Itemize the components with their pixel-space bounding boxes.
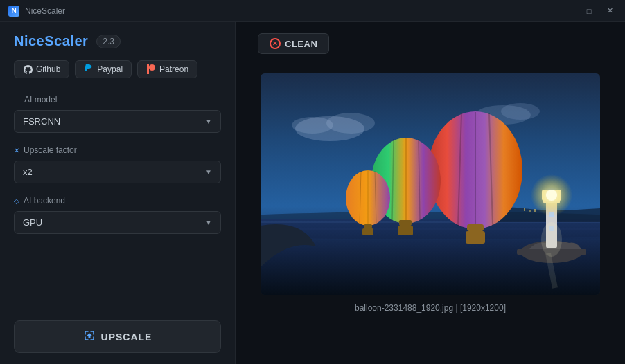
svg-rect-34 <box>362 228 373 235</box>
ai-backend-arrow: ▼ <box>205 219 212 226</box>
upscale-icon <box>83 329 96 344</box>
ai-backend-dropdown[interactable]: GPU ▼ <box>14 211 221 234</box>
github-button[interactable]: Github <box>14 60 69 78</box>
title-bar: N NiceScaler – □ ✕ <box>0 0 625 22</box>
github-icon <box>23 64 33 74</box>
minimize-button[interactable]: – <box>558 3 578 19</box>
left-panel: NiceScaler 2.3 Github Paypal <box>0 22 236 364</box>
svg-point-12 <box>501 103 540 120</box>
svg-rect-18 <box>466 231 485 244</box>
svg-point-41 <box>546 190 557 201</box>
link-buttons: Github Paypal Patreon <box>14 60 221 78</box>
svg-rect-25 <box>399 220 412 226</box>
svg-rect-26 <box>398 226 413 235</box>
svg-point-0 <box>149 64 155 71</box>
main-container: NiceScaler 2.3 Github Paypal <box>0 22 625 364</box>
svg-rect-45 <box>529 210 531 212</box>
close-button[interactable]: ✕ <box>600 3 619 19</box>
ai-backend-selected: GPU <box>23 217 42 228</box>
upscale-label: UPSCALE <box>101 331 152 343</box>
image-preview <box>261 73 600 295</box>
upscale-factor-icon: ✕ <box>14 147 19 154</box>
svg-rect-1 <box>147 64 149 74</box>
svg-point-9 <box>326 113 375 134</box>
svg-rect-33 <box>364 224 372 228</box>
ai-backend-icon: ◇ <box>14 197 19 205</box>
title-bar-controls: – □ ✕ <box>558 3 619 19</box>
title-bar-title: NiceScaler <box>25 6 65 16</box>
paypal-icon <box>84 64 94 74</box>
upscale-factor-text: Upscale factor <box>24 145 77 155</box>
ai-model-arrow: ▼ <box>205 118 212 125</box>
paypal-label: Paypal <box>97 64 123 74</box>
ai-backend-label: ◇ AI backend <box>14 196 221 206</box>
image-filename: balloon-2331488_1920.jpg | [1920x1200] <box>355 303 506 313</box>
title-bar-left: N NiceScaler <box>8 6 65 17</box>
upscale-button[interactable]: UPSCALE <box>14 320 221 353</box>
patreon-icon <box>146 64 156 74</box>
clean-label: CLEAN <box>285 39 317 49</box>
github-label: Github <box>36 64 60 74</box>
maximize-button[interactable]: □ <box>579 3 599 19</box>
upscale-factor-arrow: ▼ <box>205 168 212 176</box>
paypal-button[interactable]: Paypal <box>75 60 132 78</box>
ai-backend-text: AI backend <box>24 196 65 206</box>
patreon-label: Patreon <box>159 64 188 74</box>
upscale-factor-selected: x2 <box>23 167 33 177</box>
ai-model-icon: ☰ <box>14 96 20 104</box>
svg-point-10 <box>292 117 333 134</box>
clean-button[interactable]: ✕ CLEAN <box>258 33 329 54</box>
app-title: NiceScaler <box>14 33 88 49</box>
upscale-factor-dropdown[interactable]: x2 ▼ <box>14 161 221 183</box>
upscale-factor-label: ✕ Upscale factor <box>14 145 221 155</box>
ai-model-dropdown[interactable]: FSRCNN ▼ <box>14 110 221 133</box>
svg-rect-46 <box>534 209 536 212</box>
svg-rect-44 <box>524 208 525 211</box>
svg-point-47 <box>541 222 562 257</box>
patreon-button[interactable]: Patreon <box>137 60 197 78</box>
balloon-scene-svg <box>261 73 600 295</box>
version-badge: 2.3 <box>96 35 121 48</box>
right-panel: ✕ CLEAN <box>236 22 625 364</box>
clean-icon: ✕ <box>270 38 281 49</box>
svg-rect-42 <box>549 212 554 217</box>
ai-model-label: ☰ AI model <box>14 95 221 104</box>
ai-model-text: AI model <box>24 95 57 104</box>
app-header: NiceScaler 2.3 <box>14 33 221 49</box>
app-icon: N <box>8 6 19 17</box>
ai-model-selected: FSRCNN <box>23 116 60 127</box>
